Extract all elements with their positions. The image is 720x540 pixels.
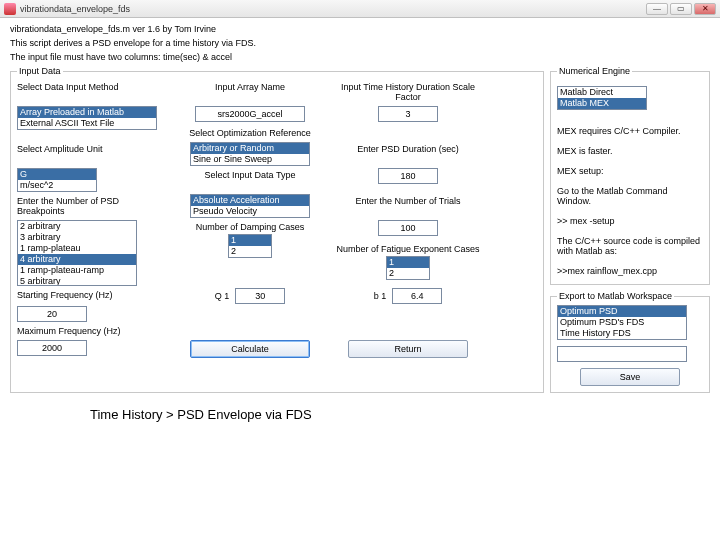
close-button[interactable]: ✕ — [694, 3, 716, 15]
engine-t6: The C/C++ source code is compiled with M… — [557, 236, 703, 256]
minimize-button[interactable]: — — [646, 3, 668, 15]
amp-unit-list[interactable]: G m/sec^2 — [17, 168, 97, 192]
trials-input[interactable]: 100 — [378, 220, 438, 236]
damp-list[interactable]: 1 2 — [228, 234, 272, 258]
optref-list[interactable]: Arbitrary or Random Sine or Sine Sweep — [190, 142, 310, 166]
intype-label: Select Input Data Type — [175, 170, 325, 190]
scale-input[interactable]: 3 — [378, 106, 438, 122]
engine-t5: >> mex -setup — [557, 216, 703, 226]
engine-t2: MEX is faster. — [557, 146, 703, 156]
engine-t4: Go to the Matlab Command Window. — [557, 186, 703, 206]
maxf-label: Maximum Frequency (Hz) — [17, 326, 167, 336]
select-method-list[interactable]: Array Preloaded in Matlab External ASCII… — [17, 106, 157, 130]
window-titlebar: vibrationdata_envelope_fds — ▭ ✕ — [0, 0, 720, 18]
fatigue-list[interactable]: 1 2 — [386, 256, 430, 280]
amp-unit-label: Select Amplitude Unit — [17, 144, 167, 164]
header-line-2: This script derives a PSD envelope for a… — [10, 38, 710, 48]
header-line-1: vibrationdata_envelope_fds.m ver 1.6 by … — [10, 24, 710, 34]
bp-list[interactable]: 2 arbitrary 3 arbitrary 1 ramp-plateau 4… — [17, 220, 137, 286]
engine-t7: >>mex rainflow_mex.cpp — [557, 266, 703, 276]
calculate-button[interactable]: Calculate — [190, 340, 310, 358]
damp-label: Number of Damping Cases — [196, 222, 305, 232]
engine-t1: MEX requires C/C++ Compiler. — [557, 126, 703, 136]
engine-list[interactable]: Matlab Direct Matlab MEX — [557, 86, 647, 110]
export-fieldset: Export to Matlab Workspace Optimum PSD O… — [550, 291, 710, 393]
array-name-input[interactable]: srs2000G_accel — [195, 106, 305, 122]
optref-label: Select Optimization Reference — [189, 128, 311, 138]
app-icon — [4, 3, 16, 15]
array-name-label: Input Array Name — [175, 82, 325, 102]
header-line-3: The input file must have two columns: ti… — [10, 52, 710, 62]
q-label: Q 1 — [215, 291, 230, 301]
intype-list[interactable]: Absolute Acceleration Pseudo Velocity — [190, 194, 310, 218]
input-legend: Input Data — [17, 66, 63, 76]
footer-caption: Time History > PSD Envelope via FDS — [10, 407, 710, 422]
q-input[interactable]: 30 — [235, 288, 285, 304]
maxf-input[interactable]: 2000 — [17, 340, 87, 356]
export-list[interactable]: Optimum PSD Optimum PSD's FDS Time Histo… — [557, 305, 687, 340]
startf-input[interactable]: 20 — [17, 306, 87, 322]
engine-legend: Numerical Engine — [557, 66, 632, 76]
trials-label: Enter the Number of Trials — [333, 196, 483, 216]
window-title: vibrationdata_envelope_fds — [20, 4, 130, 14]
engine-fieldset: Numerical Engine Matlab Direct Matlab ME… — [550, 66, 710, 285]
input-data-fieldset: Input Data Select Data Input Method Inpu… — [10, 66, 544, 393]
startf-label: Starting Frequency (Hz) — [17, 290, 167, 302]
export-name-input[interactable] — [557, 346, 687, 362]
psddur-label: Enter PSD Duration (sec) — [333, 144, 483, 164]
maximize-button[interactable]: ▭ — [670, 3, 692, 15]
engine-t3: MEX setup: — [557, 166, 703, 176]
select-method-label: Select Data Input Method — [17, 82, 167, 102]
save-button[interactable]: Save — [580, 368, 680, 386]
scale-label: Input Time History Duration Scale Factor — [333, 82, 483, 102]
return-button[interactable]: Return — [348, 340, 468, 358]
export-legend: Export to Matlab Workspace — [557, 291, 674, 301]
b-label: b 1 — [374, 291, 387, 301]
psddur-input[interactable]: 180 — [378, 168, 438, 184]
b-input[interactable]: 6.4 — [392, 288, 442, 304]
fatigue-label: Number of Fatigue Exponent Cases — [336, 244, 479, 254]
bp-label: Enter the Number of PSD Breakpoints — [17, 196, 167, 216]
